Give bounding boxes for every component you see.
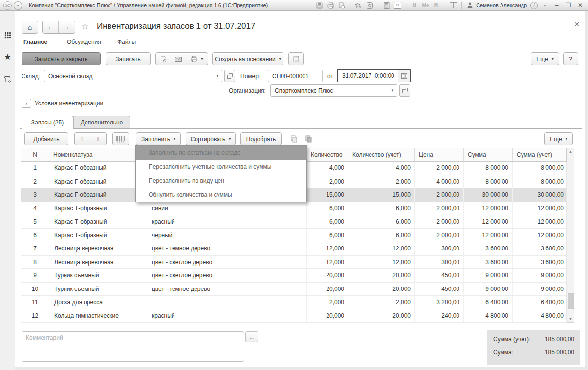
table-cell[interactable]: Доска для пресса <box>49 296 147 309</box>
calendar-icon[interactable]: 31 <box>393 2 402 9</box>
table-cell[interactable]: красный <box>147 309 307 323</box>
table-cell[interactable]: 15,000 <box>307 188 348 202</box>
table-cell[interactable]: 12 000,00 <box>513 215 567 228</box>
chevron-down-icon[interactable]: ▼ <box>213 70 222 82</box>
table-cell[interactable]: 4 800,00 <box>464 309 513 323</box>
move-down-icon[interactable]: ⇩ <box>90 133 106 145</box>
table-cell[interactable]: 6,000 <box>348 229 415 242</box>
scroll-down-icon[interactable]: ▼ <box>567 316 574 322</box>
table-cell[interactable]: 6,000 <box>348 202 415 215</box>
warehouse-open-icon[interactable] <box>224 70 235 82</box>
info-icon[interactable]: i <box>530 2 538 9</box>
help-button[interactable]: ? <box>563 52 578 65</box>
favorites-icon[interactable] <box>366 2 374 9</box>
table-cell[interactable]: 12 000,00 <box>464 229 513 242</box>
comment-expand-button[interactable]: ... <box>245 331 258 342</box>
maximize-button[interactable]: ❐ <box>564 1 573 9</box>
conditions-label[interactable]: Условия инвентаризации <box>35 100 103 107</box>
table-row[interactable]: 12Кольца гимнастическиекрасный20,00020,0… <box>21 309 566 323</box>
table-cell[interactable]: 12 000,00 <box>513 202 567 215</box>
barcode-scanner-icon[interactable] <box>112 132 129 145</box>
save-button[interactable]: Записать <box>106 52 151 65</box>
preview-icon[interactable] <box>338 2 346 9</box>
table-cell[interactable]: цвет - темное дерево <box>147 242 307 255</box>
table-cell[interactable]: 9 000,00 <box>464 269 513 282</box>
table-cell[interactable]: черный <box>147 229 307 242</box>
forward-icon[interactable]: → <box>59 21 75 33</box>
pick-button[interactable]: Подобрать <box>240 132 282 145</box>
organization-open-icon[interactable] <box>399 84 410 97</box>
table-cell[interactable]: 20,000 <box>348 283 415 296</box>
date-input[interactable]: 31.07.2017 0:00:00 <box>337 69 411 82</box>
table-cell[interactable]: цвет - светлое дерево <box>147 256 307 269</box>
table-cell[interactable]: 5 <box>21 215 49 228</box>
table-row[interactable]: 7Лестница веревочнаяцвет - темное дерево… <box>21 242 566 256</box>
table-cell[interactable]: 2 <box>21 175 49 188</box>
table-cell[interactable]: 1 <box>21 162 49 175</box>
panel-more-button[interactable]: Еще ▾ <box>544 132 573 145</box>
form-close-icon[interactable]: ✕ <box>572 20 582 29</box>
table-cell[interactable]: Каркас Г-образный <box>49 175 147 188</box>
table-cell[interactable]: 3 600,00 <box>513 256 567 269</box>
table-cell[interactable]: Каркас Т-образный <box>49 229 147 242</box>
table-cell[interactable]: 6 <box>21 229 49 242</box>
table-cell[interactable]: красный <box>147 215 307 228</box>
table-cell[interactable]: 3 600,00 <box>464 256 513 269</box>
table-cell[interactable]: Каркас Г-образный <box>49 162 147 175</box>
table-cell[interactable]: 12,000 <box>348 256 415 269</box>
memory-plus-button[interactable]: M+ <box>421 2 430 9</box>
table-cell[interactable]: 9 000,00 <box>464 283 513 296</box>
table-cell[interactable]: 7 <box>21 242 49 255</box>
table-cell[interactable]: синий <box>147 202 307 215</box>
calendar-picker-icon[interactable] <box>398 70 410 82</box>
table-cell[interactable]: 12,000 <box>307 256 348 269</box>
table-cell[interactable]: цвет - темное дерево <box>147 283 307 296</box>
table-cell[interactable]: 3 600,00 <box>464 242 513 255</box>
table-cell[interactable]: 12,000 <box>348 242 415 255</box>
column-header[interactable]: Сумма <box>464 148 513 161</box>
app-menu-chevron-icon[interactable]: ▾ <box>14 1 22 10</box>
save-and-close-button[interactable]: Записать и закрыть <box>22 52 101 65</box>
move-up-icon[interactable]: ⇧ <box>75 133 90 145</box>
table-cell[interactable]: 4,000 <box>307 162 348 175</box>
table-cell[interactable]: 8 000,00 <box>464 162 513 175</box>
table-cell[interactable]: 12 000,00 <box>464 202 513 215</box>
table-row[interactable]: 4Каркас Т-образныйсиний6,0006,0002 000,0… <box>21 202 566 216</box>
column-header[interactable]: Номенклатура <box>49 148 147 161</box>
table-cell[interactable]: 450,00 <box>415 283 464 296</box>
table-cell[interactable]: 6,000 <box>307 215 348 228</box>
favorites-star-icon[interactable]: ★ <box>0 51 15 62</box>
conditions-expand-icon[interactable]: › <box>22 99 31 108</box>
menu-glavnoe[interactable]: Главное <box>23 39 47 45</box>
window-close-button[interactable]: ✕ <box>576 1 585 9</box>
table-cell[interactable]: 12,000 <box>307 242 348 255</box>
column-header[interactable]: Цена <box>415 148 464 161</box>
table-cell[interactable]: 4,000 <box>348 162 415 175</box>
menu-faily[interactable]: Файлы <box>117 39 136 45</box>
menu-item[interactable]: Обнулить количества и суммы <box>136 188 306 202</box>
menu-obsuzhdeniya[interactable]: Обсуждения <box>67 39 101 45</box>
copy-rows-icon[interactable] <box>287 132 301 145</box>
tab-zapasy[interactable]: Запасы (25) <box>22 116 73 129</box>
user-box[interactable]: Семенов Александр <box>466 2 527 9</box>
table-cell[interactable]: 9 000,00 <box>513 283 567 296</box>
table-cell[interactable]: 9 <box>21 269 49 282</box>
table-cell[interactable]: 6,000 <box>307 202 348 215</box>
table-cell[interactable]: 6,000 <box>307 229 348 242</box>
more-button[interactable]: Еще ▾ <box>531 52 559 65</box>
paste-rows-icon[interactable] <box>302 132 316 145</box>
add-row-button[interactable]: Добавить <box>24 132 68 145</box>
column-header[interactable]: Количество <box>307 148 348 161</box>
number-input[interactable]: СП00-000001 <box>268 70 323 82</box>
table-cell[interactable]: 8 000,00 <box>464 175 513 188</box>
menu-item[interactable]: Перезаполнить учетные количества и суммы <box>136 160 306 174</box>
print-button[interactable]: ▾ <box>186 53 208 65</box>
report-icon[interactable] <box>288 52 304 65</box>
organization-combo[interactable]: Спорткомплекс Плюс ▼ <box>270 84 397 97</box>
table-cell[interactable]: 240,00 <box>415 309 464 323</box>
table-cell[interactable]: Каркас Т-образный <box>49 215 147 228</box>
table-cell[interactable]: 20,000 <box>307 269 348 282</box>
table-cell[interactable]: Турник съемный <box>49 269 147 282</box>
table-row[interactable]: 5Каркас Т-образныйкрасный6,0006,0002 000… <box>21 215 566 229</box>
save-icon[interactable] <box>315 2 324 9</box>
